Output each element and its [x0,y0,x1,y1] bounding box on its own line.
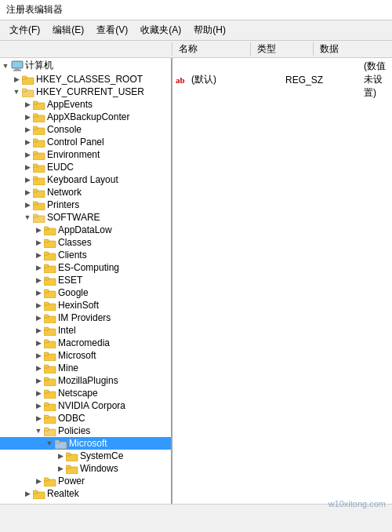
tree-panel: ▼ 计算机▶ HKEY_CLASSES_ROOT▼ HKEY_CURRENT_U… [0,58,172,504]
tree-item-policies[interactable]: ▼ Policies [0,425,171,437]
menu-help[interactable]: 帮助(H) [187,22,232,38]
expander-hkcr[interactable]: ▶ [11,75,22,83]
expander-hkcu[interactable]: ▼ [11,88,22,96]
expander-classes[interactable]: ▶ [33,239,44,246]
tree-item-environment[interactable]: ▶ Environment [0,148,171,161]
tree-item-google[interactable]: ▶ Google [0,286,171,299]
menu-edit[interactable]: 编辑(E) [46,22,90,38]
tree-label-keyboardlayout: Keyboard Layout [47,174,118,185]
tree-item-improviders[interactable]: ▶ IM Providers [0,312,171,324]
tree-label-odbc: ODBC [58,413,85,424]
menu-file[interactable]: 文件(F) [3,22,46,38]
tree-item-network[interactable]: ▶ Network [0,186,171,199]
tree-label-pol_microsoft: Microsoft [69,438,107,449]
tree-item-computer[interactable]: ▼ 计算机 [0,58,171,73]
folder-icon-console [33,125,47,135]
tree-item-odbc[interactable]: ▶ ODBC [0,412,171,425]
menu-view[interactable]: 查看(V) [90,22,134,38]
expander-policies[interactable]: ▼ [33,427,44,435]
svg-rect-44 [44,327,49,330]
expander-appdatalow[interactable]: ▶ [33,226,44,234]
folder-icon-realtek [33,489,47,499]
expander-computer[interactable]: ▼ [0,62,11,70]
tree-item-mine[interactable]: ▶ Mine [0,362,171,374]
expander-appxbackup[interactable]: ▶ [22,113,33,121]
tree-item-clients[interactable]: ▶ Clients [0,249,171,261]
expander-systemce[interactable]: ▶ [55,452,66,460]
svg-rect-14 [33,139,38,142]
tree-item-macromedia[interactable]: ▶ Macromedia [0,337,171,349]
svg-rect-6 [22,89,27,92]
expander-appevents[interactable]: ▶ [22,100,33,108]
tree-item-appevents[interactable]: ▶ AppEvents [0,98,171,111]
expander-network[interactable]: ▶ [22,188,33,196]
tree-label-console: Console [47,124,82,135]
tree-item-systemce[interactable]: ▶ SystemCe [0,450,171,462]
tree-item-printers[interactable]: ▶ Printers [0,199,171,211]
expander-eset[interactable]: ▶ [33,276,44,284]
svg-rect-56 [44,403,49,406]
tree-item-keyboardlayout[interactable]: ▶ Keyboard Layout [0,173,171,186]
tree-item-hkcr[interactable]: ▶ HKEY_CLASSES_ROOT [0,73,171,86]
expander-eudc[interactable]: ▶ [22,163,33,171]
right-row[interactable]: ab(默认)REG_SZ(数值未设置) [172,58,392,101]
tree-item-appxbackup[interactable]: ▶ AppXBackupConter [0,111,171,123]
tree-item-classes[interactable]: ▶ Classes [0,236,171,249]
tree-item-realtek[interactable]: ▶ Realtek [0,487,171,500]
folder-icon-intel [44,326,58,336]
tree-label-eudc: EUDC [47,162,74,173]
tree-item-escomputing[interactable]: ▶ ES-Computing [0,261,171,274]
svg-rect-28 [44,227,49,230]
expander-keyboardlayout[interactable]: ▶ [22,176,33,184]
tree-label-netscape: Netscape [58,388,98,399]
folder-icon-classes [44,238,58,248]
expander-pol_microsoft[interactable]: ▼ [44,439,55,447]
expander-escomputing[interactable]: ▶ [33,264,44,271]
expander-intel[interactable]: ▶ [33,326,44,334]
tree-label-systemce: SystemCe [80,450,123,461]
svg-rect-22 [33,189,38,192]
folder-icon-environment [33,150,47,160]
expander-console[interactable]: ▶ [22,126,33,133]
expander-power[interactable]: ▶ [33,477,44,485]
tree-item-controlpanel[interactable]: ▶ Control Panel [0,136,171,148]
tree-item-intel[interactable]: ▶ Intel [0,324,171,337]
tree-item-console[interactable]: ▶ Console [0,123,171,136]
expander-netscape[interactable]: ▶ [33,389,44,397]
tree-item-hkcu[interactable]: ▼ HKEY_CURRENT_USER [0,86,171,98]
tree-item-windows[interactable]: ▶ Windows [0,462,171,475]
tree-item-software[interactable]: ▼ SOFTWARE [0,211,171,224]
expander-macromedia[interactable]: ▶ [33,339,44,347]
col-header-data: 数据 [314,42,392,56]
expander-microsoft[interactable]: ▶ [33,352,44,359]
tree-item-netscape[interactable]: ▶ Netscape [0,387,171,399]
expander-printers[interactable]: ▶ [22,201,33,209]
expander-environment[interactable]: ▶ [22,151,33,159]
expander-hexinsoft[interactable]: ▶ [33,301,44,309]
tree-item-pol_microsoft[interactable]: ▼ Microsoft [0,437,171,450]
expander-odbc[interactable]: ▶ [33,414,44,422]
expander-clients[interactable]: ▶ [33,251,44,259]
folder-icon-google [44,288,58,298]
tree-item-eudc[interactable]: ▶ EUDC [0,161,171,173]
expander-nvidiacorp[interactable]: ▶ [33,402,44,410]
tree-item-hexinsoft[interactable]: ▶ HexinSoft [0,299,171,312]
expander-windows[interactable]: ▶ [55,465,66,472]
expander-software[interactable]: ▼ [22,213,33,221]
svg-rect-62 [55,440,60,443]
tree-item-nvidiacorp[interactable]: ▶ NVIDIA Corpora [0,399,171,412]
expander-mozillaplugins[interactable]: ▶ [33,377,44,384]
tree-label-power: Power [58,476,85,486]
expander-controlpanel[interactable]: ▶ [22,138,33,146]
expander-google[interactable]: ▶ [33,289,44,297]
tree-item-mozillaplugins[interactable]: ▶ MozillaPlugins [0,374,171,387]
expander-mine[interactable]: ▶ [33,364,44,372]
tree-label-hkcu: HKEY_CURRENT_USER [36,86,144,97]
tree-item-power[interactable]: ▶ Power [0,475,171,487]
expander-realtek[interactable]: ▶ [22,490,33,497]
menu-favorites[interactable]: 收藏夹(A) [134,22,187,38]
tree-item-appdatalow[interactable]: ▶ AppDataLow [0,224,171,236]
expander-improviders[interactable]: ▶ [33,314,44,322]
tree-item-eset[interactable]: ▶ ESET [0,274,171,286]
tree-item-microsoft[interactable]: ▶ Microsoft [0,349,171,362]
